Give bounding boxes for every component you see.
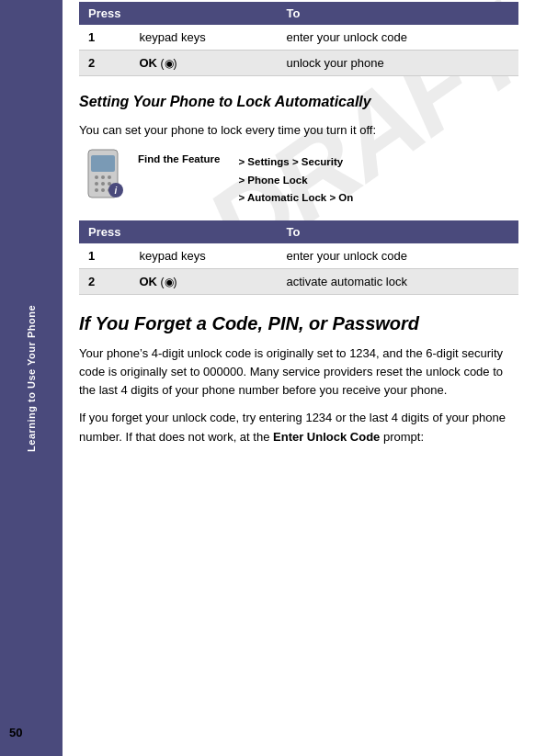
s-row2-num: 2 — [79, 268, 130, 294]
row1-to: enter your unlock code — [277, 25, 518, 51]
row2-num: 2 — [79, 51, 130, 76]
top-table-header-press-col — [130, 2, 277, 25]
find-feature-label: Find the Feature — [138, 153, 220, 164]
s-row2-press: OK (◉) — [130, 268, 277, 294]
sidebar-label: Learning to Use Your Phone — [26, 305, 37, 452]
svg-point-8 — [95, 188, 98, 192]
s-row2-to: activate automatic lock — [277, 268, 518, 294]
s-row1-press: keypad keys — [130, 243, 277, 269]
path-line1: > Settings > Security — [238, 153, 353, 172]
find-feature-content: Find the Feature > Settings > Security >… — [138, 150, 353, 208]
svg-point-9 — [101, 188, 105, 192]
svg-text:i: i — [115, 186, 118, 196]
svg-point-3 — [101, 175, 105, 179]
sidebar: Learning to Use Your Phone — [0, 0, 63, 756]
table-row: 2 OK (◉) unlock your phone — [79, 51, 518, 76]
svg-point-5 — [95, 182, 98, 186]
section-heading: Setting Your Phone to Lock Automatically — [79, 93, 518, 112]
second-table-header-press-col — [130, 220, 277, 243]
top-table-header-press: Press — [79, 2, 130, 25]
big-heading: If You Forget a Code, PIN, or Password — [79, 311, 518, 335]
svg-point-6 — [101, 182, 105, 186]
second-table-header-to: To — [277, 220, 518, 243]
path-line3: > Automatic Lock > On — [238, 189, 353, 208]
s-row1-num: 1 — [79, 243, 130, 269]
table-row: 2 OK (◉) activate automatic lock — [79, 268, 518, 294]
table-row: 1 keypad keys enter your unlock code — [79, 243, 518, 269]
svg-point-2 — [95, 175, 98, 179]
row1-num: 1 — [79, 25, 130, 51]
top-press-to-table: Press To 1 keypad keys enter your unlock… — [79, 2, 518, 76]
body2-suffix: prompt: — [380, 430, 424, 444]
svg-rect-1 — [91, 155, 115, 172]
body-text-2: If you forget your unlock code, try ente… — [79, 409, 518, 446]
find-feature-path: > Settings > Security > Phone Lock > Aut… — [238, 153, 353, 208]
row2-press: OK (◉) — [130, 51, 277, 76]
row2-to: unlock your phone — [277, 51, 518, 76]
body-text-1: Your phone’s 4-digit unlock code is orig… — [79, 344, 518, 400]
page-number: 50 — [9, 726, 22, 739]
svg-point-4 — [108, 175, 111, 179]
info-box: i Find the Feature > Settings > Security… — [79, 150, 518, 208]
s-row1-to: enter your unlock code — [277, 243, 518, 269]
table-row: 1 keypad keys enter your unlock code — [79, 25, 518, 51]
second-table-header-press: Press — [79, 220, 130, 243]
section-para: You can set your phone to lock every tim… — [79, 121, 518, 140]
phone-icon: i — [81, 148, 125, 199]
phone-icon-wrap: i — [79, 150, 127, 197]
top-table-header-to: To — [277, 2, 518, 25]
second-press-to-table: Press To 1 keypad keys enter your unlock… — [79, 220, 518, 295]
path-line2: > Phone Lock — [238, 172, 353, 190]
body2-bold: Enter Unlock Code — [273, 430, 380, 444]
row1-press: keypad keys — [130, 25, 277, 51]
